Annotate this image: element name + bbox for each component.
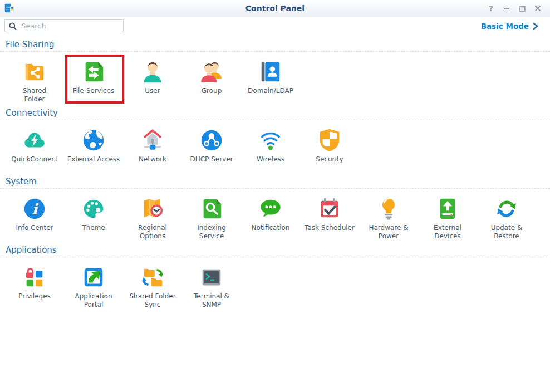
- domain-ldap-icon: [258, 59, 283, 85]
- section-header: System: [6, 177, 550, 187]
- search-input[interactable]: [4, 19, 124, 32]
- item-label: Terminal & SNMP: [194, 292, 229, 309]
- item-external-devices[interactable]: External Devices: [418, 196, 477, 241]
- help-icon[interactable]: ?: [487, 4, 495, 13]
- section-divider: [0, 188, 550, 189]
- item-label: Group: [202, 87, 222, 95]
- application-portal-icon: [81, 264, 106, 290]
- item-domain-ldap[interactable]: Domain/LDAP: [241, 59, 300, 104]
- item-label: Task Scheduler: [305, 224, 355, 232]
- item-theme[interactable]: Theme: [64, 196, 123, 241]
- info-center-icon: i: [22, 196, 47, 222]
- search-box: [4, 19, 124, 32]
- item-quickconnect[interactable]: QuickConnect: [5, 128, 64, 172]
- shared-folder-sync-icon: [140, 264, 165, 290]
- item-label: User: [145, 87, 160, 95]
- group-icon: [199, 59, 224, 85]
- item-file-services[interactable]: File Services: [64, 59, 123, 104]
- shared-folder-icon: [22, 59, 47, 85]
- external-devices-icon: [435, 196, 460, 222]
- item-terminal-snmp[interactable]: Terminal & SNMP: [182, 264, 241, 309]
- quickconnect-icon: [22, 128, 47, 153]
- section-system: SystemiInfo CenterThemeRegional OptionsI…: [0, 177, 550, 241]
- item-label: External Devices: [434, 224, 461, 241]
- section-header: File Sharing: [6, 40, 550, 50]
- section-divider: [0, 120, 550, 120]
- item-application-portal[interactable]: Application Portal: [64, 264, 123, 309]
- item-indexing-service[interactable]: Indexing Service: [182, 196, 241, 241]
- update-restore-icon: [494, 196, 519, 222]
- section-applications: ApplicationsPrivilegesApplication Portal…: [0, 245, 550, 309]
- external-access-icon: [81, 128, 106, 153]
- item-label: Hardware & Power: [369, 224, 408, 241]
- search-icon: [8, 22, 17, 31]
- section-grid: Shared FolderFile ServicesUserGroupDomai…: [0, 59, 550, 104]
- item-external-access[interactable]: External Access: [64, 128, 123, 172]
- item-update-restore[interactable]: Update & Restore: [477, 196, 536, 241]
- item-shared-folder[interactable]: Shared Folder: [5, 59, 64, 104]
- item-label: DHCP Server: [190, 155, 233, 164]
- privileges-icon: [22, 264, 47, 290]
- item-label: Application Portal: [75, 292, 112, 309]
- section-divider: [0, 257, 550, 257]
- item-dhcp-server[interactable]: DHCP Server: [182, 128, 241, 172]
- control-panel-icon: [3, 2, 16, 14]
- item-label: QuickConnect: [11, 155, 58, 164]
- item-info-center[interactable]: iInfo Center: [5, 196, 64, 241]
- notification-icon: [258, 196, 283, 222]
- section-grid: QuickConnectExternal AccessNetworkDHCP S…: [0, 128, 550, 172]
- item-task-scheduler[interactable]: Task Scheduler: [300, 196, 359, 241]
- terminal-snmp-icon: [199, 264, 224, 290]
- section-grid: PrivilegesApplication PortalShared Folde…: [0, 264, 550, 309]
- section-connectivity: ConnectivityQuickConnectExternal AccessN…: [0, 108, 550, 172]
- item-label: Security: [316, 155, 343, 164]
- item-notification[interactable]: Notification: [241, 196, 300, 241]
- item-shared-folder-sync[interactable]: Shared Folder Sync: [123, 264, 182, 309]
- toolbar: Basic Mode: [0, 17, 550, 33]
- item-label: Theme: [82, 224, 105, 232]
- window-title: Control Panel: [0, 4, 550, 13]
- item-label: External Access: [67, 155, 120, 164]
- item-label: Network: [139, 155, 166, 164]
- item-security[interactable]: Security: [300, 128, 359, 172]
- item-network[interactable]: Network: [123, 128, 182, 172]
- section-header: Connectivity: [6, 108, 550, 118]
- item-label: Notification: [252, 224, 290, 232]
- item-label: Update & Restore: [491, 224, 523, 241]
- maximize-icon[interactable]: [518, 4, 527, 13]
- item-user[interactable]: User: [123, 59, 182, 104]
- item-label: Shared Folder: [23, 87, 46, 104]
- item-privileges[interactable]: Privileges: [5, 264, 64, 309]
- network-icon: [140, 128, 165, 153]
- item-hardware-power[interactable]: Hardware & Power: [359, 196, 418, 241]
- basic-mode-link[interactable]: Basic Mode: [481, 22, 539, 31]
- indexing-service-icon: [199, 196, 224, 222]
- chevron-right-icon: [533, 22, 539, 30]
- item-label: Info Center: [16, 224, 53, 232]
- item-label: Indexing Service: [197, 224, 226, 241]
- section-grid: iInfo CenterThemeRegional OptionsIndexin…: [0, 196, 550, 241]
- section-file-sharing: File SharingShared FolderFile ServicesUs…: [0, 40, 550, 104]
- section-header: Applications: [6, 245, 550, 255]
- security-icon: [317, 128, 342, 153]
- theme-icon: [81, 196, 106, 222]
- item-label: Shared Folder Sync: [129, 292, 175, 309]
- close-icon[interactable]: [533, 4, 542, 13]
- item-regional-options[interactable]: Regional Options: [123, 196, 182, 241]
- item-group[interactable]: Group: [182, 59, 241, 104]
- section-divider: [0, 51, 550, 52]
- dhcp-server-icon: [199, 128, 224, 153]
- regional-options-icon: [140, 196, 165, 222]
- item-label: Privileges: [18, 292, 51, 301]
- file-services-icon: [81, 59, 106, 85]
- item-label: Wireless: [257, 155, 284, 164]
- titlebar: Control Panel ?: [0, 0, 550, 17]
- control-panel-window: Control Panel ? Basic Mode: [0, 0, 550, 392]
- item-wireless[interactable]: Wireless: [241, 128, 300, 172]
- wireless-icon: [258, 128, 283, 153]
- item-label: Domain/LDAP: [248, 87, 293, 95]
- minimize-icon[interactable]: [502, 4, 511, 13]
- basic-mode-label: Basic Mode: [481, 22, 529, 31]
- window-controls: ?: [487, 4, 550, 13]
- user-icon: [140, 59, 165, 85]
